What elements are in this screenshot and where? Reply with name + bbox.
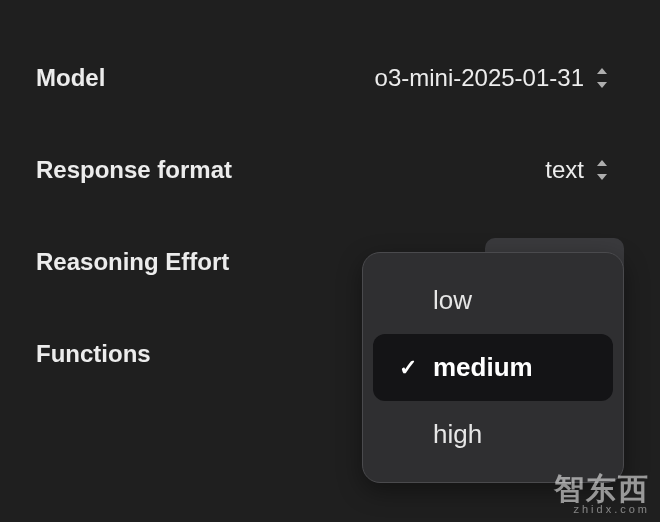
- label-response-format: Response format: [36, 156, 232, 184]
- updown-icon: [594, 160, 610, 180]
- reasoning-effort-dropdown: ✓ low ✓ medium ✓ high: [362, 252, 624, 483]
- row-model: Model o3-mini-2025-01-31: [36, 32, 624, 124]
- response-format-selector[interactable]: text: [531, 146, 624, 194]
- dropdown-option-low[interactable]: ✓ low: [373, 267, 613, 334]
- label-model: Model: [36, 64, 105, 92]
- option-label: low: [433, 285, 472, 316]
- model-selector[interactable]: o3-mini-2025-01-31: [361, 54, 624, 102]
- model-value: o3-mini-2025-01-31: [375, 64, 584, 92]
- option-label: medium: [433, 352, 533, 383]
- dropdown-option-high[interactable]: ✓ high: [373, 401, 613, 468]
- check-icon: ✓: [397, 355, 419, 381]
- label-functions: Functions: [36, 340, 151, 368]
- updown-icon: [594, 68, 610, 88]
- option-label: high: [433, 419, 482, 450]
- response-format-value: text: [545, 156, 584, 184]
- watermark-en: zhidx.com: [554, 504, 650, 516]
- label-reasoning-effort: Reasoning Effort: [36, 248, 229, 276]
- dropdown-option-medium[interactable]: ✓ medium: [373, 334, 613, 401]
- row-response-format: Response format text: [36, 124, 624, 216]
